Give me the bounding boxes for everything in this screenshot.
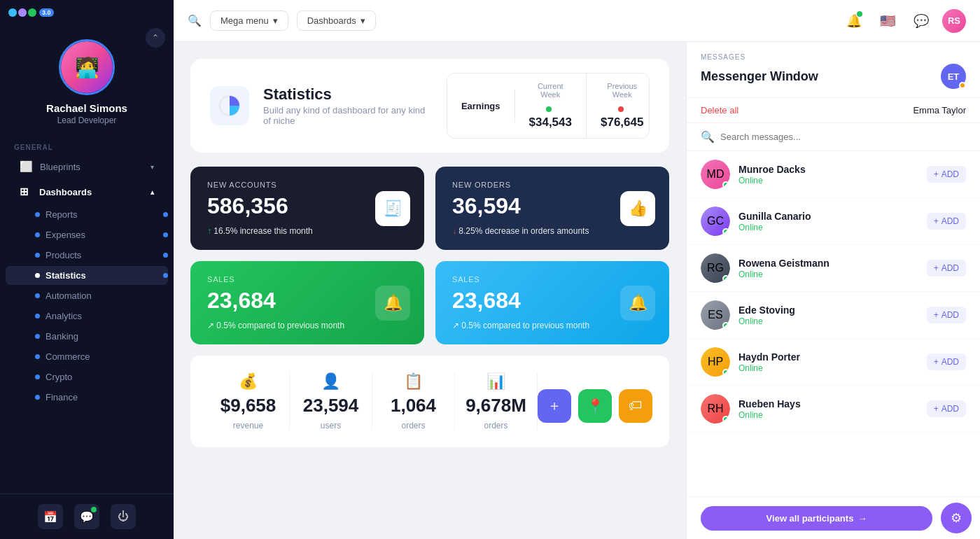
dashboards-label: Dashboards — [39, 187, 92, 197]
new-accounts-change: ↑ 16.5% increase this month — [207, 226, 407, 236]
add-icon-3: + — [934, 263, 939, 273]
sidebar-sub-automation[interactable]: Automation — [6, 286, 168, 305]
neutral-arrow-icon: ↗ — [207, 321, 216, 330]
ede-avatar: ES — [701, 300, 730, 330]
revenue-label: revenue — [233, 421, 263, 430]
dashboards-icon: ⊞ — [20, 186, 32, 198]
previous-week-label: Previous Week — [601, 82, 643, 99]
contact-item-rueben[interactable]: RH Rueben Hays Online + ADD — [687, 386, 980, 433]
rowena-add-button[interactable]: + ADD — [927, 260, 966, 276]
power-icon-btn[interactable]: ⏻ — [111, 504, 136, 529]
add-icon: + — [934, 169, 939, 179]
gunilla-name: Gunilla Canario — [738, 211, 918, 222]
gunilla-add-button[interactable]: + ADD — [927, 213, 966, 230]
statistics-badge — [163, 273, 168, 278]
up-arrow-icon: ↑ — [207, 226, 214, 236]
messages-button[interactable]: 💬 — [909, 8, 934, 34]
add-label-6: ADD — [941, 404, 959, 414]
collapse-button[interactable]: ⌃ — [146, 28, 165, 48]
flag-icon-button[interactable]: 🇺🇸 — [875, 8, 900, 34]
thumbs-up-icon: 👍 — [629, 200, 648, 218]
add-label-4: ADD — [941, 310, 959, 320]
orders-m-icon: 📊 — [486, 372, 505, 391]
delete-all-button[interactable]: Delete all — [701, 105, 738, 115]
earnings-label: Earnings — [447, 90, 515, 122]
messenger-user-avatar[interactable]: ET — [941, 64, 966, 89]
location-action-button[interactable]: 📍 — [578, 389, 612, 423]
contact-item-ede[interactable]: ES Ede Stoving Online + ADD — [687, 292, 980, 339]
contact-item-gunilla[interactable]: GC Gunilla Canario Online + ADD — [687, 198, 980, 245]
sales-green-label: SALES — [207, 275, 407, 284]
products-label: Products — [46, 250, 81, 260]
view-all-label: View all participants — [766, 513, 854, 524]
contact-item-rowena[interactable]: RG Rowena Geistmann Online + ADD — [687, 245, 980, 292]
tag-icon: 🏷 — [629, 398, 643, 414]
stat-users: 👤 23,594 users — [290, 372, 372, 430]
contact-item-haydn[interactable]: HP Haydn Porter Online + ADD — [687, 339, 980, 386]
metrics-grid: NEW ACCOUNTS 586,356 ↑ 16.5% increase th… — [190, 167, 669, 344]
mega-menu-chevron: ▾ — [273, 15, 278, 26]
settings-gear-button[interactable]: ⚙ — [941, 503, 972, 533]
topbar: 🔍 Mega menu ▾ Dashboards ▾ 🔔 🇺🇸 💬 RS — [174, 0, 980, 42]
ede-add-button[interactable]: + ADD — [927, 307, 966, 323]
messenger-panel: MESSAGES Messenger Window ET Delete all … — [686, 42, 980, 539]
haydn-online-dot — [722, 369, 729, 376]
gear-icon: ⚙ — [951, 510, 962, 526]
user-avatar-topbar[interactable]: RS — [942, 9, 966, 33]
add-action-button[interactable]: ＋ — [538, 389, 571, 423]
sales-green-icon-wrap: 🔔 — [375, 286, 410, 321]
messenger-actions: Delete all Emma Taylor — [687, 98, 980, 123]
chat-notification-dot — [91, 507, 97, 512]
sidebar-sub-products[interactable]: Products — [6, 246, 168, 265]
user-name: Rachael Simons — [46, 102, 127, 114]
calendar-icon-btn[interactable]: 📅 — [38, 504, 63, 529]
sidebar-sub-expenses[interactable]: Expenses — [6, 225, 168, 244]
sidebar: 3.0 🧑‍💻 ⌃ Rachael Simons Lead Developer … — [0, 0, 174, 539]
haydn-avatar: HP — [701, 347, 730, 377]
sidebar-sub-reports[interactable]: Reports — [6, 205, 168, 224]
notification-bell-button[interactable]: 🔔 — [841, 8, 867, 34]
expenses-badge — [163, 232, 168, 237]
sidebar-sub-statistics[interactable]: Statistics — [6, 266, 168, 285]
stat-orders: 📋 1,064 orders — [372, 372, 455, 430]
red-dot — [618, 106, 624, 112]
ede-info: Ede Stoving Online — [738, 304, 918, 326]
munroe-avatar: MD — [701, 160, 730, 189]
sidebar-sub-commerce[interactable]: Commerce — [6, 347, 168, 366]
search-icon[interactable]: 🔍 — [188, 14, 202, 27]
sales-green-change: ↗ 0.5% compared to previous month — [207, 321, 407, 330]
stats-title: Statistics — [263, 85, 433, 104]
search-input[interactable] — [720, 132, 966, 142]
sidebar-sub-banking[interactable]: Banking — [6, 327, 168, 346]
contact-item-munroe[interactable]: MD Munroe Dacks Online + ADD — [687, 151, 980, 198]
pie-chart-icon — [218, 94, 241, 117]
view-all-participants-button[interactable]: View all participants → — [701, 506, 932, 531]
metric-card-sales-green: SALES 23,684 ↗ 0.5% compared to previous… — [190, 261, 424, 344]
bell-sales-green-icon: 🔔 — [384, 294, 402, 312]
tag-action-button[interactable]: 🏷 — [619, 389, 652, 423]
orders-icon-wrap: 👍 — [620, 191, 655, 226]
sidebar-item-dashboards[interactable]: ⊞ Dashboards ▴ — [6, 180, 168, 204]
sidebar-sub-analytics[interactable]: Analytics — [6, 307, 168, 326]
dashboards-button[interactable]: Dashboards ▾ — [297, 10, 376, 31]
sidebar-item-blueprints[interactable]: ⬜ Blueprints ▾ — [6, 155, 168, 178]
logo-dot-green — [28, 8, 36, 17]
current-week-earnings: Current Week $34,543 — [515, 74, 587, 138]
plus-icon: ＋ — [547, 396, 561, 415]
messenger-online-dot — [959, 82, 966, 89]
chevron-down-icon: ▾ — [150, 163, 154, 171]
munroe-add-button[interactable]: + ADD — [927, 166, 966, 183]
rueben-add-button[interactable]: + ADD — [927, 400, 966, 417]
statistics-dot — [35, 273, 40, 278]
chat-icon-btn[interactable]: 💬 — [74, 504, 99, 529]
new-orders-label: NEW ORDERS — [452, 181, 652, 189]
sidebar-sub-crypto[interactable]: Crypto — [6, 368, 168, 386]
add-icon-2: + — [934, 216, 939, 226]
mega-menu-button[interactable]: Mega menu ▾ — [210, 10, 288, 31]
sidebar-sub-finance[interactable]: Finance — [6, 388, 168, 407]
haydn-add-button[interactable]: + ADD — [927, 354, 966, 370]
avatar-image: 🧑‍💻 — [61, 41, 113, 93]
topbar-right: 🔔 🇺🇸 💬 RS — [841, 8, 966, 34]
sidebar-logo: 3.0 — [8, 8, 54, 17]
users-icon: 👤 — [321, 372, 340, 391]
